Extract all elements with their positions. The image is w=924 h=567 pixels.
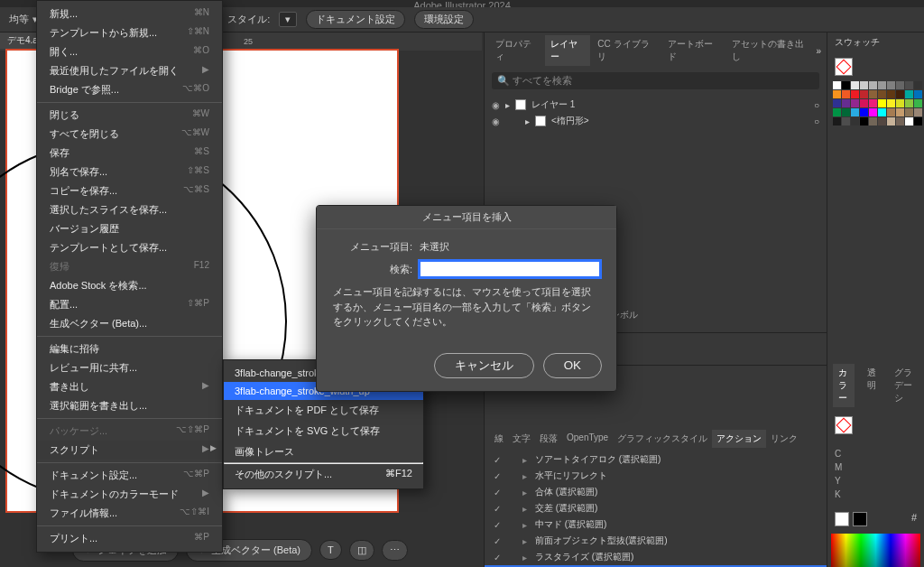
- actions-tab[interactable]: 段落: [535, 430, 562, 448]
- doc-setup-button[interactable]: ドキュメント設定: [306, 10, 405, 29]
- menu-item[interactable]: 新規...⌘N: [37, 5, 222, 23]
- swatch[interactable]: [914, 108, 922, 116]
- swatch[interactable]: [869, 108, 877, 116]
- menu-item[interactable]: 編集に招待: [37, 339, 222, 358]
- swatch[interactable]: [860, 90, 868, 98]
- menu-item[interactable]: テンプレートとして保存...: [37, 238, 222, 257]
- swatch[interactable]: [887, 81, 895, 89]
- submenu-item[interactable]: ドキュメントを SVG として保存: [224, 421, 423, 442]
- menu-item[interactable]: Bridge で参照...⌥⌘O: [37, 80, 222, 99]
- swatch[interactable]: [842, 117, 850, 125]
- menu-item[interactable]: 選択範囲を書き出し...: [37, 396, 222, 415]
- color-spectrum[interactable]: [831, 534, 920, 567]
- action-row[interactable]: ▸前面オブジェクト型抜(選択範囲): [485, 533, 827, 549]
- menu-item[interactable]: 別名で保存...⇧⌘S: [37, 163, 222, 181]
- actions-tab[interactable]: 文字: [508, 430, 535, 448]
- menu-item[interactable]: レビュー用に共有...: [37, 358, 222, 377]
- swatch[interactable]: [869, 90, 877, 98]
- panel-tab[interactable]: レイヤー: [545, 35, 590, 66]
- menu-item[interactable]: 配置...⇧⌘P: [37, 295, 222, 314]
- menu-item[interactable]: バージョン履歴: [37, 219, 222, 238]
- visibility-icon[interactable]: [492, 116, 500, 126]
- swatch[interactable]: [905, 99, 913, 107]
- swatch[interactable]: [842, 81, 850, 89]
- submenu-item[interactable]: ドキュメントを PDF として保存: [224, 400, 423, 421]
- color-tab[interactable]: カラー: [833, 364, 855, 407]
- swatch[interactable]: [896, 99, 904, 107]
- swatch[interactable]: [887, 108, 895, 116]
- swatch[interactable]: [878, 81, 886, 89]
- swatch[interactable]: [914, 117, 922, 125]
- menu-item[interactable]: すべてを閉じる⌥⌘W: [37, 125, 222, 144]
- swatch[interactable]: [869, 81, 877, 89]
- swatch[interactable]: [887, 90, 895, 98]
- fill-box[interactable]: [835, 512, 849, 526]
- env-setup-button[interactable]: 環境設定: [414, 10, 474, 29]
- fill-swatch[interactable]: [835, 416, 853, 434]
- layer-search[interactable]: 🔍 すべてを検索: [492, 72, 819, 89]
- swatch[interactable]: [860, 108, 868, 116]
- menu-item[interactable]: 生成ベクター (Beta)...: [37, 314, 222, 333]
- menu-item[interactable]: Adobe Stock を検索...: [37, 276, 222, 295]
- menu-item[interactable]: パッケージ...⌥⇧⌘P: [37, 422, 222, 441]
- action-row[interactable]: ▸ラスタライズ (選択範囲): [485, 549, 827, 565]
- layer-row[interactable]: ▸<楕円形>○: [492, 113, 819, 129]
- action-row[interactable]: ▸ソアートタイアロク (選択範囲): [485, 451, 827, 468]
- swatch[interactable]: [914, 99, 922, 107]
- swatch[interactable]: [860, 117, 868, 125]
- action-row[interactable]: ▸水平にリフレクト: [485, 468, 827, 484]
- swatch[interactable]: [842, 108, 850, 116]
- action-row[interactable]: ▸中マド (選択範囲): [485, 516, 827, 533]
- cancel-button[interactable]: キャンセル: [434, 353, 534, 378]
- swatch[interactable]: [833, 108, 841, 116]
- panel-tab[interactable]: CC ライブラリ: [592, 35, 661, 66]
- swatch[interactable]: [869, 117, 877, 125]
- swatch[interactable]: [842, 99, 850, 107]
- panel-overflow-icon[interactable]: »: [816, 46, 821, 56]
- action-row[interactable]: ▸合体 (選択範囲): [485, 484, 827, 500]
- gradient-tab[interactable]: グラデーシ: [889, 364, 919, 407]
- search-input[interactable]: [420, 261, 600, 277]
- menu-item[interactable]: ドキュメントのカラーモード▶: [37, 485, 222, 504]
- swatch[interactable]: [905, 81, 913, 89]
- swatch[interactable]: [851, 117, 859, 125]
- actions-tab[interactable]: グラフィックスタイル: [613, 430, 712, 448]
- swatch[interactable]: [896, 90, 904, 98]
- layer-row[interactable]: ▸レイヤー 1○: [492, 97, 819, 113]
- swatch[interactable]: [896, 117, 904, 125]
- menu-item[interactable]: 開く...⌘O: [37, 42, 222, 61]
- more-button[interactable]: ⋯: [382, 540, 408, 561]
- swatch[interactable]: [833, 99, 841, 107]
- swatch[interactable]: [878, 99, 886, 107]
- stroke-box[interactable]: [853, 512, 867, 526]
- swatch[interactable]: [914, 81, 922, 89]
- menu-item[interactable]: スクリプト▶: [37, 441, 222, 460]
- swatch[interactable]: [833, 81, 841, 89]
- swatch[interactable]: [833, 117, 841, 125]
- menu-item[interactable]: 閉じる⌘W: [37, 106, 222, 125]
- panel-tab[interactable]: アートボード: [662, 35, 725, 66]
- menu-item[interactable]: プリント...⌘P: [37, 529, 222, 548]
- swatch[interactable]: [905, 90, 913, 98]
- ok-button[interactable]: OK: [543, 353, 602, 378]
- swatch[interactable]: [851, 99, 859, 107]
- swatch[interactable]: [905, 117, 913, 125]
- menu-item[interactable]: 書き出し▶: [37, 377, 222, 396]
- swatch[interactable]: [887, 117, 895, 125]
- swatch[interactable]: [878, 117, 886, 125]
- menu-item[interactable]: 最近使用したファイルを開く▶: [37, 61, 222, 80]
- swatch[interactable]: [860, 81, 868, 89]
- swatch[interactable]: [833, 90, 841, 98]
- swatch[interactable]: [878, 90, 886, 98]
- actions-tab[interactable]: 線: [490, 430, 508, 448]
- menu-item[interactable]: 選択したスライスを保存...: [37, 200, 222, 219]
- swatch[interactable]: [905, 108, 913, 116]
- menu-item[interactable]: 保存⌘S: [37, 144, 222, 163]
- action-row[interactable]: ▸交差 (選択範囲): [485, 500, 827, 516]
- style-picker[interactable]: ▾: [279, 12, 297, 27]
- stroke-profile[interactable]: 均等 ▾: [9, 13, 38, 26]
- swatch[interactable]: [878, 108, 886, 116]
- menu-item[interactable]: 復帰F12: [37, 257, 222, 276]
- crop-tool-button[interactable]: ◫: [349, 540, 374, 561]
- swatch[interactable]: [914, 90, 922, 98]
